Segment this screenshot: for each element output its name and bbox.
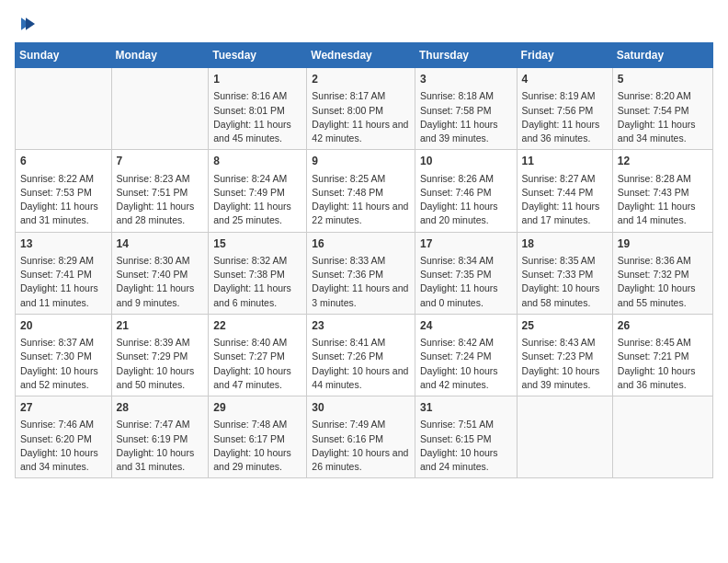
day-info: Sunrise: 8:36 AMSunset: 7:32 PMDaylight:… xyxy=(618,254,708,310)
day-of-week-header: Wednesday xyxy=(307,43,415,68)
calendar-day-cell: 17Sunrise: 8:34 AMSunset: 7:35 PMDayligh… xyxy=(415,232,517,314)
day-number: 26 xyxy=(618,318,708,334)
calendar-day-cell: 23Sunrise: 8:41 AMSunset: 7:26 PMDayligh… xyxy=(307,314,415,396)
calendar-day-cell xyxy=(16,68,112,150)
day-number: 18 xyxy=(522,236,608,252)
day-number: 21 xyxy=(117,318,204,334)
calendar-day-cell xyxy=(111,68,209,150)
day-info: Sunrise: 8:20 AMSunset: 7:54 PMDaylight:… xyxy=(618,89,708,145)
day-info: Sunrise: 8:42 AMSunset: 7:24 PMDaylight:… xyxy=(420,336,512,392)
calendar-day-cell: 6Sunrise: 8:22 AMSunset: 7:53 PMDaylight… xyxy=(16,150,112,232)
day-number: 7 xyxy=(117,154,204,169)
calendar-day-cell: 8Sunrise: 8:24 AMSunset: 7:49 PMDaylight… xyxy=(209,150,307,232)
calendar-day-cell: 29Sunrise: 7:48 AMSunset: 6:17 PMDayligh… xyxy=(209,396,307,478)
day-info: Sunrise: 8:30 AMSunset: 7:40 PMDaylight:… xyxy=(117,254,204,310)
day-info: Sunrise: 8:28 AMSunset: 7:43 PMDaylight:… xyxy=(618,172,708,228)
day-info: Sunrise: 7:48 AMSunset: 6:17 PMDaylight:… xyxy=(213,418,301,474)
day-number: 5 xyxy=(618,72,708,87)
calendar-day-cell: 1Sunrise: 8:16 AMSunset: 8:01 PMDaylight… xyxy=(209,68,307,150)
calendar-day-cell: 28Sunrise: 7:47 AMSunset: 6:19 PMDayligh… xyxy=(111,396,209,478)
day-number: 2 xyxy=(312,72,410,87)
calendar-day-cell: 31Sunrise: 7:51 AMSunset: 6:15 PMDayligh… xyxy=(415,396,517,478)
page-header xyxy=(15,15,713,33)
day-number: 4 xyxy=(522,72,608,87)
calendar-day-cell: 20Sunrise: 8:37 AMSunset: 7:30 PMDayligh… xyxy=(16,314,112,396)
calendar-day-cell: 14Sunrise: 8:30 AMSunset: 7:40 PMDayligh… xyxy=(111,232,209,314)
logo xyxy=(15,15,35,33)
day-info: Sunrise: 8:24 AMSunset: 7:49 PMDaylight:… xyxy=(213,172,301,228)
day-info: Sunrise: 8:19 AMSunset: 7:56 PMDaylight:… xyxy=(522,89,608,145)
calendar-day-cell: 7Sunrise: 8:23 AMSunset: 7:51 PMDaylight… xyxy=(111,150,209,232)
calendar-week-row: 27Sunrise: 7:46 AMSunset: 6:20 PMDayligh… xyxy=(16,396,713,478)
day-info: Sunrise: 7:47 AMSunset: 6:19 PMDaylight:… xyxy=(117,418,204,474)
calendar-day-cell: 4Sunrise: 8:19 AMSunset: 7:56 PMDaylight… xyxy=(517,68,612,150)
calendar-day-cell xyxy=(612,396,712,478)
day-number: 27 xyxy=(20,400,107,416)
day-info: Sunrise: 7:49 AMSunset: 6:16 PMDaylight:… xyxy=(312,418,410,474)
day-info: Sunrise: 8:35 AMSunset: 7:33 PMDaylight:… xyxy=(522,254,608,310)
day-info: Sunrise: 7:46 AMSunset: 6:20 PMDaylight:… xyxy=(20,418,107,474)
day-info: Sunrise: 8:43 AMSunset: 7:23 PMDaylight:… xyxy=(522,336,608,392)
day-info: Sunrise: 8:32 AMSunset: 7:38 PMDaylight:… xyxy=(213,254,301,310)
calendar-day-cell: 30Sunrise: 7:49 AMSunset: 6:16 PMDayligh… xyxy=(307,396,415,478)
calendar-day-cell: 3Sunrise: 8:18 AMSunset: 7:58 PMDaylight… xyxy=(415,68,517,150)
day-number: 29 xyxy=(213,400,301,416)
day-number: 22 xyxy=(213,318,301,334)
day-number: 24 xyxy=(420,318,512,334)
day-info: Sunrise: 8:40 AMSunset: 7:27 PMDaylight:… xyxy=(213,336,301,392)
day-info: Sunrise: 8:25 AMSunset: 7:48 PMDaylight:… xyxy=(312,172,410,228)
day-number: 3 xyxy=(420,72,512,87)
calendar-day-cell: 24Sunrise: 8:42 AMSunset: 7:24 PMDayligh… xyxy=(415,314,517,396)
day-number: 16 xyxy=(312,236,410,252)
day-info: Sunrise: 8:33 AMSunset: 7:36 PMDaylight:… xyxy=(312,254,410,310)
day-of-week-header: Sunday xyxy=(16,43,112,68)
day-info: Sunrise: 8:34 AMSunset: 7:35 PMDaylight:… xyxy=(420,254,512,310)
calendar-day-cell: 18Sunrise: 8:35 AMSunset: 7:33 PMDayligh… xyxy=(517,232,612,314)
day-number: 13 xyxy=(20,236,107,252)
calendar-day-cell: 26Sunrise: 8:45 AMSunset: 7:21 PMDayligh… xyxy=(612,314,712,396)
day-info: Sunrise: 8:41 AMSunset: 7:26 PMDaylight:… xyxy=(312,336,410,392)
day-of-week-header: Tuesday xyxy=(209,43,307,68)
day-info: Sunrise: 8:16 AMSunset: 8:01 PMDaylight:… xyxy=(213,89,301,145)
logo-arrow-icon xyxy=(17,15,35,33)
calendar-day-cell: 9Sunrise: 8:25 AMSunset: 7:48 PMDaylight… xyxy=(307,150,415,232)
day-number: 19 xyxy=(618,236,708,252)
day-number: 14 xyxy=(117,236,204,252)
day-info: Sunrise: 8:18 AMSunset: 7:58 PMDaylight:… xyxy=(420,89,512,145)
day-info: Sunrise: 8:26 AMSunset: 7:46 PMDaylight:… xyxy=(420,172,512,228)
calendar-day-cell: 2Sunrise: 8:17 AMSunset: 8:00 PMDaylight… xyxy=(307,68,415,150)
day-info: Sunrise: 8:29 AMSunset: 7:41 PMDaylight:… xyxy=(20,254,107,310)
svg-marker-1 xyxy=(26,17,35,29)
day-number: 25 xyxy=(522,318,608,334)
day-number: 30 xyxy=(312,400,410,416)
calendar-day-cell: 12Sunrise: 8:28 AMSunset: 7:43 PMDayligh… xyxy=(612,150,712,232)
day-number: 11 xyxy=(522,154,608,169)
day-info: Sunrise: 8:22 AMSunset: 7:53 PMDaylight:… xyxy=(20,172,107,228)
day-number: 23 xyxy=(312,318,410,334)
calendar-week-row: 13Sunrise: 8:29 AMSunset: 7:41 PMDayligh… xyxy=(16,232,713,314)
day-of-week-header: Friday xyxy=(517,43,612,68)
calendar-header-row: SundayMondayTuesdayWednesdayThursdayFrid… xyxy=(16,43,713,68)
day-number: 1 xyxy=(213,72,301,87)
calendar-day-cell: 5Sunrise: 8:20 AMSunset: 7:54 PMDaylight… xyxy=(612,68,712,150)
calendar-day-cell: 21Sunrise: 8:39 AMSunset: 7:29 PMDayligh… xyxy=(111,314,209,396)
calendar-day-cell: 19Sunrise: 8:36 AMSunset: 7:32 PMDayligh… xyxy=(612,232,712,314)
day-info: Sunrise: 8:23 AMSunset: 7:51 PMDaylight:… xyxy=(117,172,204,228)
calendar-day-cell xyxy=(517,396,612,478)
calendar-day-cell: 10Sunrise: 8:26 AMSunset: 7:46 PMDayligh… xyxy=(415,150,517,232)
calendar-day-cell: 16Sunrise: 8:33 AMSunset: 7:36 PMDayligh… xyxy=(307,232,415,314)
calendar-day-cell: 11Sunrise: 8:27 AMSunset: 7:44 PMDayligh… xyxy=(517,150,612,232)
calendar-day-cell: 15Sunrise: 8:32 AMSunset: 7:38 PMDayligh… xyxy=(209,232,307,314)
day-info: Sunrise: 7:51 AMSunset: 6:15 PMDaylight:… xyxy=(420,418,512,474)
day-number: 15 xyxy=(213,236,301,252)
day-of-week-header: Monday xyxy=(111,43,209,68)
calendar-week-row: 6Sunrise: 8:22 AMSunset: 7:53 PMDaylight… xyxy=(16,150,713,232)
day-number: 12 xyxy=(618,154,708,169)
calendar-day-cell: 13Sunrise: 8:29 AMSunset: 7:41 PMDayligh… xyxy=(16,232,112,314)
calendar-day-cell: 27Sunrise: 7:46 AMSunset: 6:20 PMDayligh… xyxy=(16,396,112,478)
day-number: 20 xyxy=(20,318,107,334)
day-of-week-header: Saturday xyxy=(612,43,712,68)
day-info: Sunrise: 8:27 AMSunset: 7:44 PMDaylight:… xyxy=(522,172,608,228)
day-info: Sunrise: 8:45 AMSunset: 7:21 PMDaylight:… xyxy=(618,336,708,392)
calendar-body: 1Sunrise: 8:16 AMSunset: 8:01 PMDaylight… xyxy=(16,68,713,478)
